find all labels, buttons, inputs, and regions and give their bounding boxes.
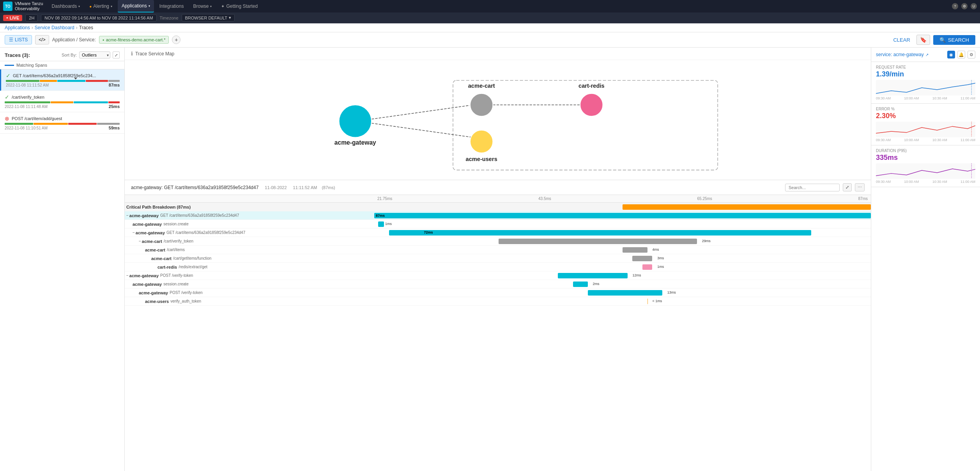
wf-bar-cell: 13ms — [374, 289, 871, 297]
collapse-icon[interactable]: − — [133, 230, 135, 235]
add-filter-button[interactable]: + — [172, 35, 180, 44]
waterfall-header: acme-gateway: GET /cart/items/636a2a9185… — [125, 180, 871, 195]
collapse-icon[interactable]: − — [139, 239, 141, 243]
timezone-caret: ▾ — [229, 15, 231, 20]
logo-text: VMware TanzuObservability — [15, 1, 43, 11]
wf-row: − acme-gateway GET /cart/items/636a2a918… — [125, 228, 871, 237]
metric-value-error: 2.30% — [876, 112, 975, 120]
metric-value-request-rate: 1.39/min — [876, 70, 975, 78]
service-link[interactable]: service: acme-gateway ↗ — [876, 52, 929, 57]
wf-bar-cell: 29ms — [374, 237, 871, 245]
breadcrumb: Applications › Service Dashboard › Trace… — [0, 23, 980, 32]
sort-select[interactable]: Outliers Duration Timestamp — [79, 51, 110, 58]
service-map-canvas: acme-gateway acme-cart cart-redis acme-u… — [125, 60, 871, 178]
applications-caret: ▾ — [149, 4, 150, 8]
wf-label: − acme-cart /cart/verify_token — [125, 239, 374, 244]
trace-item-header: ✓ /cart/verify_token — [5, 94, 120, 100]
nav-browse[interactable]: Browse ▾ — [189, 0, 216, 12]
svg-point-6 — [580, 94, 603, 117]
code-view-button[interactable]: </> — [35, 35, 49, 44]
expand-icon[interactable]: ⤢ — [113, 51, 120, 58]
metric-request-rate: Request Rate 1.39/min 09:30 AM 10:00 AM … — [871, 62, 980, 104]
waterfall-expand-btn[interactable]: ⤢ — [843, 183, 852, 191]
metric-label-request-rate: Request Rate — [876, 65, 975, 69]
svg-line-3 — [371, 123, 473, 138]
metric-time-labels-request-rate: 09:30 AM 10:00 AM 10:30 AM 11:00 AM — [876, 96, 975, 100]
breadcrumb-applications[interactable]: Applications — [5, 25, 30, 30]
nav-dashboards[interactable]: Dashboards ▾ — [48, 0, 84, 12]
app-logo: TO VMware TanzuObservability — [3, 1, 43, 11]
trace-item[interactable]: ✓ GET /cart/items/636a2a91858f259e5c234.… — [0, 69, 124, 91]
breadcrumb-traces: Traces — [79, 25, 93, 30]
nav-settings[interactable]: ⚙ — [961, 3, 968, 9]
nav-help[interactable]: ? — [952, 3, 958, 9]
trace-time: 2022-11-08 11:11:48 AM — [5, 104, 48, 109]
lists-button[interactable]: ☰ LISTS — [5, 35, 32, 44]
panel-icon-circle[interactable]: ◉ — [947, 51, 955, 58]
clear-button[interactable]: CLEAR — [890, 35, 913, 44]
svg-point-4 — [339, 105, 372, 138]
left-panel: Traces (3): Sort By: Outliers Duration T… — [0, 48, 125, 471]
metric-chart-request-rate — [876, 80, 975, 96]
svg-text:cart-redis: cart-redis — [578, 83, 605, 89]
waterfall-more-btn[interactable]: ⋯ — [855, 183, 865, 191]
nav-alerting[interactable]: ● Alerting ▾ — [85, 0, 116, 12]
trace-item-header: ⊗ POST /cart/item/add/guest — [5, 115, 120, 122]
collapse-icon[interactable]: − — [126, 273, 129, 278]
wf-bar-cell: 12ms — [374, 271, 871, 280]
nav-user[interactable]: U — [971, 3, 977, 9]
breadcrumb-service-dashboard[interactable]: Service Dashboard — [35, 25, 74, 30]
waterfall-title: acme-gateway: GET /cart/items/636a2a9185… — [131, 185, 258, 190]
wf-bar-cell: 3ms — [374, 254, 871, 262]
nav-integrations[interactable]: Integrations — [156, 0, 188, 12]
wf-bar-cell: 87ms — [374, 211, 871, 220]
matching-spans-indicator — [5, 65, 14, 66]
bookmark-button[interactable]: 🔖 — [916, 35, 930, 45]
trace-list: ✓ GET /cart/items/636a2a91858f259e5c234.… — [0, 69, 124, 471]
trace-waterfall: acme-gateway: GET /cart/items/636a2a9185… — [125, 180, 871, 471]
waterfall-duration: (87ms) — [322, 185, 335, 190]
metric-value-duration: 335ms — [876, 154, 975, 162]
trace-status-success: ✓ — [6, 73, 11, 79]
nav-right-controls: ? ⚙ U — [952, 3, 977, 9]
wf-bar-critical-header — [374, 203, 871, 211]
live-button[interactable]: LIVE — [3, 15, 22, 21]
trace-item[interactable]: ⊗ POST /cart/item/add/guest 2022-11-08 1… — [0, 112, 124, 134]
top-navigation: TO VMware TanzuObservability Dashboards … — [0, 0, 980, 12]
nav-getting-started[interactable]: ✦ Getting Started — [217, 0, 262, 12]
panel-icon-gear[interactable]: ⚙ — [968, 51, 975, 58]
traces-header: Traces (3): Sort By: Outliers Duration T… — [0, 48, 124, 61]
wf-row-critical-header: Critical Path Breakdown (87ms) — [125, 203, 871, 211]
middle-panel: ℹ Trace Service Map — [125, 48, 871, 471]
search-button[interactable]: 🔍 SEARCH — [933, 35, 975, 45]
metric-time-labels-error: 09:30 AM 10:00 AM 10:30 AM 11:00 AM — [876, 138, 975, 142]
duration-selector[interactable]: 2H — [25, 14, 38, 21]
wf-label: acme-users verify_auth_token — [125, 299, 374, 304]
dashboards-caret: ▾ — [78, 5, 80, 8]
trace-path: GET /cart/items/636a2a91858f259e5c234... — [13, 73, 120, 78]
panel-icon-bell[interactable]: 🔔 — [957, 51, 965, 58]
metric-chart-duration — [876, 163, 975, 179]
trace-item-header: ✓ GET /cart/items/636a2a91858f259e5c234.… — [6, 73, 120, 79]
wf-row: acme-gateway session.create 2ms — [125, 280, 871, 289]
filter-bar: ☰ LISTS </> Application / Service: ● acm… — [0, 32, 980, 48]
waterfall-search[interactable] — [785, 184, 840, 191]
metric-chart-error — [876, 122, 975, 137]
filter-value: acme-fitness-demo.acme-cart.* — [106, 37, 166, 42]
collapse-icon[interactable]: − — [126, 213, 129, 218]
time-range-selector[interactable]: NOV 08 2022 09:14:56 AM to NOV 08 2022 1… — [41, 14, 156, 21]
metric-label-duration: Duration (P95) — [876, 149, 975, 153]
svg-text:acme-gateway: acme-gateway — [334, 139, 376, 146]
trace-status-success: ✓ — [5, 94, 9, 100]
nav-applications[interactable]: Applications ▾ — [118, 0, 154, 12]
wf-label: acme-gateway session.create — [125, 282, 374, 287]
trace-item[interactable]: ✓ /cart/verify_token 2022-11-08 11:11:48… — [0, 91, 124, 112]
filter-tag[interactable]: ● acme-fitness-demo.acme-cart.* — [99, 36, 169, 44]
trace-meta: 2022-11-08 11:11:52 AM 87ms — [6, 83, 120, 87]
service-map-svg: acme-gateway acme-cart cart-redis acme-u… — [125, 60, 871, 178]
wf-time-col: 21.75ms 43.5ms 65.25ms 87ms — [374, 195, 871, 202]
waterfall-date: 11-08-2022 — [265, 185, 287, 190]
wf-bar-cell: 72ms — [374, 228, 871, 237]
wf-bar-cell: 4ms — [374, 246, 871, 254]
timezone-selector[interactable]: BROWSER DEFAULT ▾ — [182, 14, 235, 21]
